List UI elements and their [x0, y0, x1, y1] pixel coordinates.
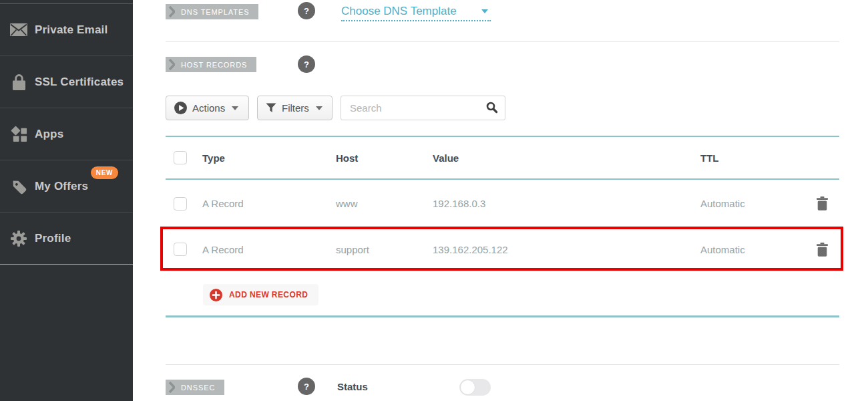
- select-all-checkbox[interactable]: [174, 151, 187, 164]
- section-divider: [166, 364, 839, 365]
- sidebar-item-label: Apps: [35, 128, 63, 141]
- sidebar-item-label: Profile: [35, 232, 71, 245]
- help-glyph: ?: [304, 382, 309, 392]
- column-header-type: Type: [202, 152, 336, 164]
- row-checkbox[interactable]: [174, 197, 187, 211]
- search-icon[interactable]: [486, 102, 498, 114]
- delete-record-button[interactable]: [817, 243, 828, 257]
- section-tag-dnssec: DNSSEC: [166, 380, 224, 395]
- apps-icon: [9, 126, 29, 142]
- sidebar-item-label: Private Email: [35, 23, 107, 37]
- filters-button[interactable]: Filters: [257, 96, 333, 120]
- plus-circle-icon: [210, 289, 222, 301]
- add-new-record-button[interactable]: ADD NEW RECORD: [203, 284, 318, 305]
- sidebar-item-my-offers[interactable]: My Offers NEW: [0, 160, 133, 213]
- sidebar-item-profile[interactable]: Profile: [0, 213, 133, 265]
- cell-type: A Record: [202, 198, 336, 209]
- chevron-right-icon: [169, 382, 175, 393]
- search-input[interactable]: [341, 96, 505, 120]
- column-header-value: Value: [433, 152, 700, 164]
- dns-template-dropdown-label: Choose DNS Template: [341, 5, 457, 18]
- cell-ttl: Automatic: [700, 244, 805, 255]
- lock-icon: [9, 74, 29, 91]
- sidebar-item-apps[interactable]: Apps: [0, 108, 133, 160]
- cell-value: 192.168.0.3: [433, 198, 700, 209]
- filters-label: Filters: [282, 102, 309, 114]
- table-row: A Record www 192.168.0.3 Automatic: [166, 180, 839, 227]
- sidebar: Private Email SSL Certificates Apps My O…: [0, 0, 133, 401]
- actions-label: Actions: [192, 102, 225, 114]
- tag-icon: [9, 178, 29, 195]
- section-tag-label: DNS TEMPLATES: [181, 8, 249, 16]
- advanced-dns-panel: DNS TEMPLATES ? Choose DNS Template HOST…: [133, 0, 868, 401]
- chevron-down-icon: [316, 106, 322, 110]
- envelope-icon: [9, 23, 29, 36]
- new-badge: NEW: [91, 166, 118, 179]
- chevron-right-icon: [169, 6, 175, 17]
- row-checkbox[interactable]: [174, 243, 187, 256]
- section-tag-host-records: HOST RECORDS: [166, 57, 256, 72]
- section-tag-label: HOST RECORDS: [181, 61, 247, 69]
- table-bottom-border: [166, 315, 839, 317]
- gear-icon: [9, 230, 29, 247]
- table-row: A Record support 139.162.205.122 Automat…: [166, 227, 839, 271]
- chevron-down-icon: [232, 106, 238, 110]
- cell-ttl: Automatic: [700, 198, 805, 209]
- help-glyph: ?: [304, 59, 309, 70]
- help-glyph: ?: [304, 6, 309, 16]
- dnssec-status-label: Status: [337, 381, 368, 392]
- actions-button[interactable]: Actions: [166, 96, 249, 120]
- funnel-icon: [266, 103, 276, 113]
- host-records-table: Type Host Value TTL A Record www 192.168…: [166, 136, 839, 271]
- delete-record-button[interactable]: [817, 196, 828, 211]
- search-box: [341, 96, 505, 120]
- chevron-right-icon: [169, 59, 175, 70]
- chevron-down-icon: [481, 9, 488, 13]
- play-circle-icon: [174, 102, 187, 114]
- help-icon[interactable]: ?: [298, 378, 315, 395]
- sidebar-items: Private Email SSL Certificates Apps My O…: [0, 3, 133, 265]
- table-header-row: Type Host Value TTL: [166, 136, 839, 180]
- cell-host: www: [336, 198, 433, 209]
- help-icon[interactable]: ?: [298, 55, 315, 73]
- section-divider: [166, 41, 839, 42]
- cell-host: support: [336, 244, 433, 255]
- help-icon[interactable]: ?: [298, 2, 315, 19]
- toggle-knob: [460, 380, 475, 395]
- section-tag-label: DNSSEC: [181, 384, 215, 392]
- dnssec-toggle[interactable]: [459, 379, 491, 396]
- column-header-ttl: TTL: [700, 152, 805, 164]
- sidebar-item-label: My Offers: [35, 180, 88, 193]
- sidebar-item-ssl-certificates[interactable]: SSL Certificates: [0, 56, 133, 108]
- sidebar-item-label: SSL Certificates: [35, 76, 124, 89]
- add-new-record-label: ADD NEW RECORD: [229, 290, 308, 299]
- cell-value: 139.162.205.122: [433, 244, 700, 255]
- column-header-host: Host: [336, 152, 433, 164]
- sidebar-item-private-email[interactable]: Private Email: [0, 4, 133, 56]
- cell-type: A Record: [202, 244, 336, 255]
- section-tag-dns-templates: DNS TEMPLATES: [166, 4, 258, 19]
- dns-template-dropdown[interactable]: Choose DNS Template: [341, 2, 491, 21]
